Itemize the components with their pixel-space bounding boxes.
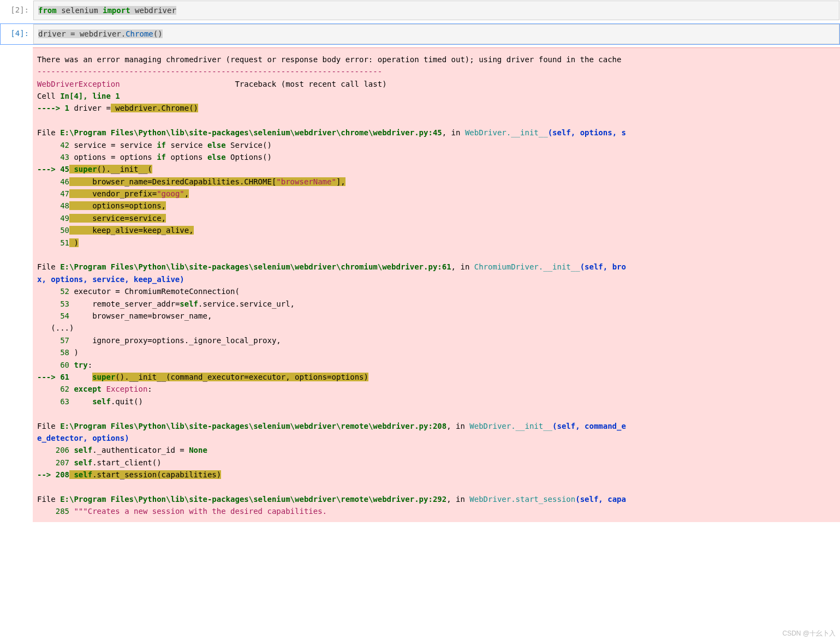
exception-name: WebDriverException xyxy=(37,80,120,88)
error-message: There was an error managing chromedriver… xyxy=(37,55,621,64)
error-output-wrap: There was an error managing chromedriver… xyxy=(0,47,840,522)
code-input-1[interactable]: from selenium import webdriver xyxy=(33,1,839,20)
cell-prompt-2: [4]: xyxy=(1,24,33,44)
code-input-2[interactable]: driver = webdriver.Chrome() xyxy=(33,24,839,44)
error-output: There was an error managing chromedriver… xyxy=(33,47,840,522)
code-cell-1[interactable]: [2]: from selenium import webdriver xyxy=(0,0,840,21)
error-separator: ----------------------------------------… xyxy=(37,67,382,76)
cell-prompt-1: [2]: xyxy=(1,1,33,20)
code-cell-2[interactable]: [4]: driver = webdriver.Chrome() xyxy=(0,23,840,44)
